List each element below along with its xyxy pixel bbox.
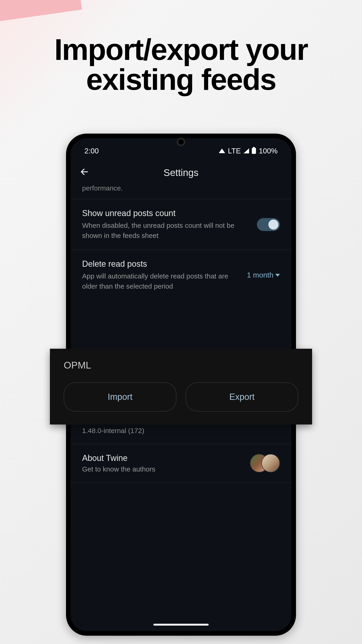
opml-buttons: Import Export <box>64 382 298 412</box>
about-desc: Get to know the authors <box>82 465 250 473</box>
setting-title: Delete read posts <box>82 259 240 269</box>
dropdown-label: 1 month <box>247 271 273 280</box>
delete-read-dropdown[interactable]: 1 month <box>247 271 280 280</box>
toggle-thumb <box>268 220 279 230</box>
author-avatars <box>250 454 280 472</box>
setting-text: Delete read posts App will automatically… <box>82 259 240 291</box>
setting-unread-count[interactable]: Show unread posts count When disabled, t… <box>77 199 285 250</box>
list-item-version: 1.48.0-internal (172) <box>82 427 280 435</box>
unread-count-toggle[interactable] <box>257 218 280 231</box>
app-bar: Settings <box>71 161 291 184</box>
chevron-down-icon <box>275 274 280 277</box>
setting-title: Show unread posts count <box>82 208 250 218</box>
import-button[interactable]: Import <box>64 382 177 412</box>
avatar <box>261 454 280 472</box>
back-button[interactable] <box>77 165 91 181</box>
wifi-icon <box>219 148 225 153</box>
setting-desc: When disabled, the unread posts count wi… <box>82 220 250 240</box>
app-bar-title: Settings <box>164 167 198 178</box>
home-indicator[interactable] <box>153 624 209 626</box>
status-time: 2:00 <box>84 147 99 155</box>
opml-card: OPML Import Export <box>50 349 312 424</box>
settings-content: performance. Show unread posts count Whe… <box>71 184 291 482</box>
phone-notch <box>177 138 185 146</box>
divider <box>71 482 291 482</box>
opml-section-title: OPML <box>64 360 298 371</box>
about-title: About Twine <box>82 453 250 463</box>
setting-delete-read[interactable]: Delete read posts App will automatically… <box>77 250 285 300</box>
partial-setting-text: performance. <box>77 184 285 199</box>
decorative-corner <box>0 0 82 22</box>
status-network: LTE <box>228 147 241 155</box>
hero-title: Import/export your existing feeds <box>0 34 362 94</box>
setting-text: Show unread posts count When disabled, t… <box>82 208 250 240</box>
setting-desc: App will automatically delete read posts… <box>82 271 240 291</box>
arrow-left-icon <box>80 167 89 176</box>
battery-icon <box>252 148 256 154</box>
about-item[interactable]: About Twine Get to know the authors <box>77 444 285 482</box>
status-right: LTE 100% <box>219 147 278 155</box>
export-button[interactable]: Export <box>185 382 298 412</box>
about-text: About Twine Get to know the authors <box>82 453 250 473</box>
signal-icon <box>244 148 249 154</box>
status-battery: 100% <box>259 147 278 155</box>
